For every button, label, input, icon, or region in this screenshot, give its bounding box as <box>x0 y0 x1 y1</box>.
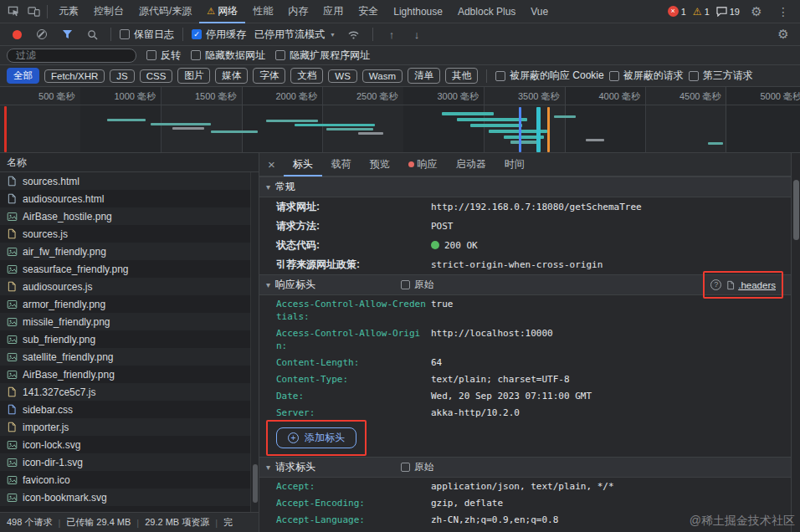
request-row[interactable]: armor_friendly.png <box>0 295 259 313</box>
type-filter-chip[interactable]: 字体 <box>253 68 285 84</box>
header-value: text/plain; charset=UTF-8 <box>431 373 784 386</box>
add-header-button[interactable]: + 添加标头 <box>276 427 356 448</box>
headers-link[interactable]: .headers <box>726 280 776 290</box>
request-row[interactable]: air_fw_friendly.png <box>0 243 259 260</box>
headers-pane: ▾ 常规 请求网址: http://192.168.0.7:18080/getS… <box>259 176 800 532</box>
request-name: icon-bookmark.svg <box>23 492 107 504</box>
devtools-tab[interactable]: ⚠ 源代码/来源 <box>131 0 199 23</box>
detail-tab[interactable]: 启动器 <box>447 153 495 176</box>
request-row[interactable]: sidebar.css <box>0 401 259 418</box>
hide-extension-urls-checkbox[interactable]: 隐藏扩展程序网址 <box>275 49 370 63</box>
detail-tab[interactable]: 标头 <box>284 153 322 176</box>
file-type-icon <box>7 422 18 432</box>
transferred-size: 已传输 29.4 MB <box>66 516 131 529</box>
blocked-requests-checkbox[interactable]: 被屏蔽的请求 <box>609 69 684 83</box>
timeline-overview[interactable]: 500 毫秒1000 毫秒1500 毫秒2000 毫秒2500 毫秒3000 毫… <box>0 87 800 153</box>
request-row[interactable]: 141.327ce5c7.js <box>0 383 259 401</box>
response-headers-section-header[interactable]: ▾ 响应标头 原始 ? .headers <box>259 274 791 295</box>
clear-icon <box>37 29 47 39</box>
type-filter-chip[interactable]: Wasm <box>362 69 403 83</box>
hide-data-urls-checkbox[interactable]: 隐藏数据网址 <box>191 49 265 63</box>
inspect-element-icon[interactable] <box>3 2 23 22</box>
type-filter-chip[interactable]: WS <box>328 69 357 83</box>
har-export-icon[interactable]: ↑ <box>382 24 402 44</box>
detail-tab[interactable]: 响应 <box>399 153 447 176</box>
settings-gear-icon[interactable]: ⚙ <box>746 2 767 22</box>
filter-input[interactable] <box>14 49 129 62</box>
request-row[interactable]: favicon.ico <box>0 471 259 489</box>
disable-cache-checkbox[interactable]: ✓ 停用缓存 <box>192 28 246 42</box>
general-section-header[interactable]: ▾ 常规 <box>259 176 791 197</box>
throttling-select[interactable]: 已停用节流模式 ▼ <box>251 28 339 42</box>
invert-checkbox[interactable]: 反转 <box>146 49 181 63</box>
request-row[interactable]: importer.js <box>0 418 259 436</box>
scrollbar-thumb[interactable] <box>793 180 799 240</box>
response-raw-checkbox[interactable]: 原始 <box>401 279 433 291</box>
devtools-tab[interactable]: ⚠ 内存 <box>280 0 315 23</box>
request-row[interactable]: icon-bookmark.svg <box>0 489 259 506</box>
request-row[interactable]: icon-dir-1.svg <box>0 453 259 471</box>
detail-tab-label: 预览 <box>370 157 390 171</box>
request-row[interactable]: sources.js <box>0 225 259 243</box>
request-row[interactable]: sources.html <box>0 172 259 190</box>
request-row[interactable]: audiosources.js <box>0 278 259 295</box>
preserve-log-checkbox[interactable]: 保留日志 <box>120 28 174 42</box>
request-row[interactable]: audiosources.html <box>0 190 259 207</box>
request-row[interactable]: satellite_friendly.png <box>0 348 259 366</box>
type-filter-chip[interactable]: 全部 <box>7 68 39 84</box>
error-badge[interactable]: × 1 <box>668 6 686 17</box>
request-row[interactable]: icon-lock.svg <box>0 436 259 453</box>
type-filter-chip[interactable]: 文档 <box>290 68 323 84</box>
third-party-checkbox[interactable]: 第三方请求 <box>689 69 753 83</box>
detail-tab[interactable]: 预览 <box>361 153 399 176</box>
type-filter-chip[interactable]: 媒体 <box>215 68 248 84</box>
request-row[interactable]: missile_friendly.png <box>0 313 259 330</box>
devtools-tab[interactable]: ⚠ 网络 <box>199 0 245 23</box>
device-toolbar-icon[interactable] <box>23 2 44 22</box>
close-details-icon[interactable]: × <box>259 157 284 171</box>
network-conditions-button[interactable] <box>344 24 364 44</box>
devtools-tab[interactable]: ⚠ Vue <box>523 0 556 23</box>
type-filter-chip[interactable]: CSS <box>140 69 173 83</box>
scrollbar-thumb[interactable] <box>253 464 258 503</box>
help-icon[interactable]: ? <box>710 279 721 290</box>
devtools-tab[interactable]: ⚠ 性能 <box>245 0 280 23</box>
devtools-tab[interactable]: ⚠ 元素 <box>51 0 86 23</box>
search-button[interactable] <box>82 24 102 44</box>
issues-badge[interactable]: 19 <box>716 7 740 17</box>
waterfall-bar <box>151 123 211 125</box>
network-settings-gear-icon[interactable]: ⚙ <box>773 24 793 44</box>
devtools-tab[interactable]: ⚠ Lighthouse <box>386 0 450 23</box>
details-scrollbar[interactable] <box>791 153 800 532</box>
filter-toggle-button[interactable] <box>57 24 77 44</box>
har-import-icon[interactable]: ↓ <box>407 24 427 44</box>
request-row[interactable]: AirBase_friendly.png <box>0 366 259 383</box>
detail-tab[interactable]: 载荷 <box>322 153 361 176</box>
file-type-icon <box>7 264 18 274</box>
request-row[interactable]: sub_friendly.png <box>0 330 259 348</box>
request-headers-section-header[interactable]: ▾ 请求标头 原始 <box>259 457 791 478</box>
name-column-header[interactable]: 名称 <box>0 153 259 172</box>
request-list-scrollbar[interactable] <box>250 172 259 512</box>
general-row-label: 状态代码: <box>276 238 431 253</box>
type-filter-chip[interactable]: 清单 <box>408 68 440 84</box>
more-menu-icon[interactable]: ⋮ <box>773 2 793 22</box>
request-row[interactable]: AirBase_hostile.png <box>0 207 259 225</box>
warning-badge[interactable]: ⚠ 1 <box>693 6 710 18</box>
request-row[interactable]: seasurface_friendly.png <box>0 260 259 278</box>
checkbox-box <box>120 29 130 39</box>
throttling-value: 已停用节流模式 <box>254 28 325 42</box>
request-raw-checkbox[interactable]: 原始 <box>401 461 433 473</box>
record-button[interactable] <box>7 24 27 44</box>
type-filter-chip[interactable]: Fetch/XHR <box>44 69 105 83</box>
devtools-tab[interactable]: ⚠ 应用 <box>315 0 351 23</box>
type-filter-chip[interactable]: 图片 <box>177 68 210 84</box>
type-filter-chip[interactable]: JS <box>110 69 134 83</box>
blocked-cookies-checkbox[interactable]: 被屏蔽的响应 Cookie <box>495 69 604 83</box>
detail-tab[interactable]: 时间 <box>495 153 534 176</box>
devtools-tab[interactable]: ⚠ 控制台 <box>86 0 131 23</box>
devtools-tab[interactable]: ⚠ Adblock Plus <box>450 0 523 23</box>
clear-button[interactable] <box>32 24 52 44</box>
type-filter-chip[interactable]: 其他 <box>445 68 478 84</box>
devtools-tab[interactable]: ⚠ 安全 <box>351 0 386 23</box>
